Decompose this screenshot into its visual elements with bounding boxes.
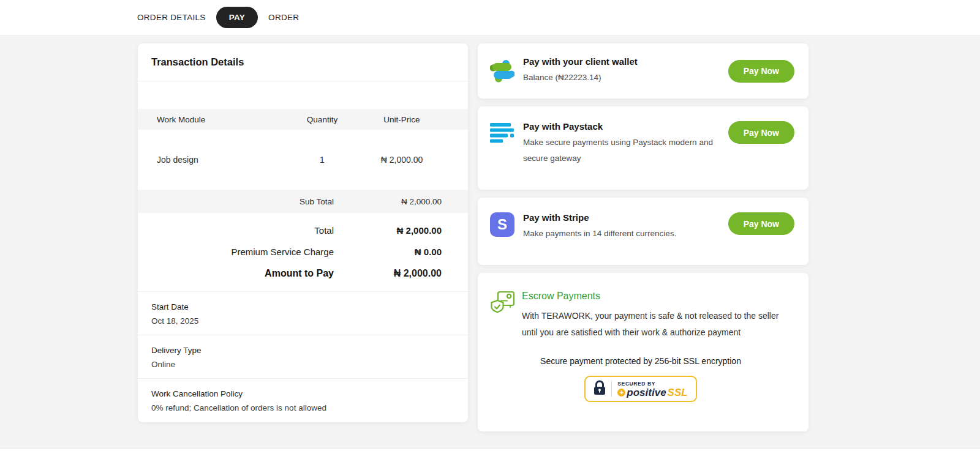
col-quantity: Quantity	[288, 115, 356, 124]
positive-ssl-suffix: SSL	[668, 387, 688, 398]
stripe-logo-letter: S	[490, 212, 514, 237]
delivery-type-label: Delivery Type	[151, 346, 454, 355]
tab-pay[interactable]: PAY	[216, 7, 258, 28]
cell-quantity: 1	[288, 155, 356, 165]
start-date-label: Start Date	[151, 302, 454, 311]
work-table-header: Work Module Quantity Unit-Price	[138, 109, 468, 130]
paystack-icon	[490, 123, 514, 143]
positive-ssl-brand: positive	[627, 387, 666, 398]
cell-unit-price: ₦ 2,000.00	[356, 155, 448, 165]
paystack-payment-card: Pay with Paystack Make secure payments u…	[478, 106, 809, 190]
stripe-pay-now-button[interactable]: Pay Now	[728, 212, 794, 235]
amount-to-pay-value: ₦ 2,000.00	[334, 268, 442, 279]
total-label: Total	[138, 225, 334, 236]
stripe-subtitle: Make payments in 14 different currencies…	[523, 226, 676, 242]
top-nav: ORDER DETAILS PAY ORDER	[0, 0, 980, 35]
col-work-module: Work Module	[157, 115, 288, 124]
subtotal-row: Sub Total ₦ 2,000.00	[138, 190, 468, 213]
total-row: Total ₦ 2,000.00	[138, 220, 468, 241]
premium-charge-value: ₦ 0.00	[334, 247, 442, 257]
escrow-payments-card: Escrow Payments With TERAWORK, your paym…	[478, 273, 809, 431]
delivery-type-block: Delivery Type Online	[138, 335, 468, 379]
paystack-pay-now-button[interactable]: Pay Now	[728, 121, 794, 144]
total-value: ₦ 2,000.00	[334, 225, 442, 236]
tab-order-details[interactable]: ORDER DETAILS	[137, 13, 206, 22]
wallet-balance: Balance (₦22223.14)	[523, 70, 638, 86]
payment-options-column: Pay with your client wallet Balance (₦22…	[478, 43, 809, 440]
padlock-icon	[594, 380, 606, 398]
stripe-icon: S	[490, 212, 514, 237]
subtotal-label: Sub Total	[138, 197, 334, 206]
secured-by-label: SECURED BY	[617, 381, 655, 387]
start-date-value: Oct 18, 2025	[151, 316, 454, 326]
order-tabs: ORDER DETAILS PAY ORDER	[137, 7, 299, 28]
cell-work-module: Job design	[157, 155, 288, 165]
wallet-pay-now-button[interactable]: Pay Now	[728, 60, 794, 83]
cancellation-policy-block: Work Cancellation Policy 0% refund; Canc…	[138, 379, 468, 422]
plus-circle-icon: +	[617, 389, 625, 397]
paystack-title: Pay with Paystack	[523, 121, 713, 132]
stripe-title: Pay with Stripe	[523, 212, 676, 223]
wallet-icon	[490, 59, 514, 83]
spacer-row	[138, 81, 468, 109]
wallet-title: Pay with your client wallet	[523, 56, 638, 67]
positive-ssl-badge: SECURED BY + positive SSL	[584, 376, 696, 402]
bottom-bar	[0, 448, 980, 462]
escrow-payments-description: With TERAWORK, your payment is safe & no…	[522, 308, 791, 341]
premium-charge-row: Premium Service Charge ₦ 0.00	[138, 241, 468, 263]
ssl-encryption-note: Secure payment protected by 256-bit SSL …	[490, 356, 791, 366]
wallet-payment-card: Pay with your client wallet Balance (₦22…	[478, 43, 809, 99]
escrow-payments-title: Escrow Payments	[522, 291, 791, 302]
cancellation-policy-label: Work Cancellation Policy	[151, 389, 454, 398]
main-content: Transaction Details Work Module Quantity…	[0, 35, 980, 448]
delivery-type-value: Online	[151, 360, 454, 369]
totals-section: Total ₦ 2,000.00 Premium Service Charge …	[138, 213, 468, 292]
pay-page: ORDER DETAILS PAY ORDER Transaction Deta…	[0, 0, 980, 462]
subtotal-value: ₦ 2,000.00	[334, 197, 442, 206]
paystack-subtitle: Make secure payments using Paystack mode…	[523, 135, 713, 166]
col-unit-price: Unit-Price	[356, 115, 448, 124]
transaction-details-title: Transaction Details	[151, 56, 244, 68]
escrow-safe-shield-icon	[490, 289, 517, 341]
tab-order[interactable]: ORDER	[268, 13, 299, 22]
premium-charge-label: Premium Service Charge	[138, 247, 334, 257]
stripe-payment-card: S Pay with Stripe Make payments in 14 di…	[478, 198, 809, 265]
cancellation-policy-value: 0% refund; Cancellation of orders is not…	[151, 403, 454, 412]
amount-to-pay-label: Amount to Pay	[138, 268, 334, 279]
transaction-details-card: Transaction Details Work Module Quantity…	[138, 43, 468, 422]
start-date-block: Start Date Oct 18, 2025	[138, 292, 468, 335]
work-table-row: Job design 1 ₦ 2,000.00	[138, 130, 468, 190]
amount-to-pay-row: Amount to Pay ₦ 2,000.00	[138, 263, 468, 284]
badge-divider	[611, 381, 612, 397]
transaction-details-header: Transaction Details	[138, 43, 468, 81]
